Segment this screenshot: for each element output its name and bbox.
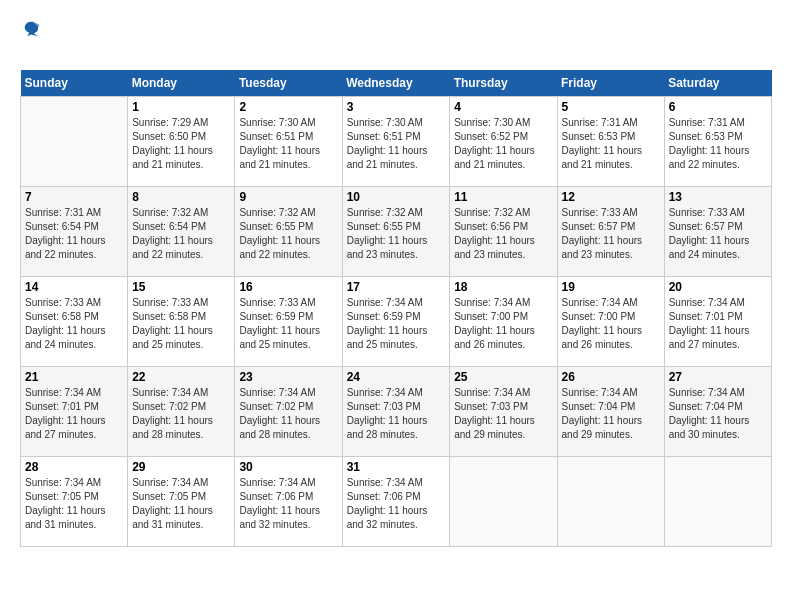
day-info: Sunrise: 7:33 AM Sunset: 6:59 PM Dayligh… — [239, 296, 337, 352]
calendar-day-11: 11 Sunrise: 7:32 AM Sunset: 6:56 PM Dayl… — [450, 187, 557, 277]
day-number: 13 — [669, 190, 767, 204]
calendar-day-10: 10 Sunrise: 7:32 AM Sunset: 6:55 PM Dayl… — [342, 187, 450, 277]
day-info: Sunrise: 7:34 AM Sunset: 7:05 PM Dayligh… — [25, 476, 123, 532]
calendar-day-5: 5 Sunrise: 7:31 AM Sunset: 6:53 PM Dayli… — [557, 97, 664, 187]
calendar-day-28: 28 Sunrise: 7:34 AM Sunset: 7:05 PM Dayl… — [21, 457, 128, 547]
day-info: Sunrise: 7:34 AM Sunset: 7:01 PM Dayligh… — [25, 386, 123, 442]
col-header-saturday: Saturday — [664, 70, 771, 97]
calendar-day-26: 26 Sunrise: 7:34 AM Sunset: 7:04 PM Dayl… — [557, 367, 664, 457]
calendar-week-1: 1 Sunrise: 7:29 AM Sunset: 6:50 PM Dayli… — [21, 97, 772, 187]
day-info: Sunrise: 7:31 AM Sunset: 6:54 PM Dayligh… — [25, 206, 123, 262]
col-header-tuesday: Tuesday — [235, 70, 342, 97]
day-info: Sunrise: 7:33 AM Sunset: 6:57 PM Dayligh… — [562, 206, 660, 262]
day-number: 1 — [132, 100, 230, 114]
calendar-day-16: 16 Sunrise: 7:33 AM Sunset: 6:59 PM Dayl… — [235, 277, 342, 367]
col-header-sunday: Sunday — [21, 70, 128, 97]
logo-bird-icon — [22, 20, 40, 38]
day-number: 10 — [347, 190, 446, 204]
col-header-monday: Monday — [128, 70, 235, 97]
calendar-day-27: 27 Sunrise: 7:34 AM Sunset: 7:04 PM Dayl… — [664, 367, 771, 457]
calendar-day-15: 15 Sunrise: 7:33 AM Sunset: 6:58 PM Dayl… — [128, 277, 235, 367]
empty-day — [664, 457, 771, 547]
day-info: Sunrise: 7:32 AM Sunset: 6:54 PM Dayligh… — [132, 206, 230, 262]
day-number: 18 — [454, 280, 552, 294]
calendar-day-18: 18 Sunrise: 7:34 AM Sunset: 7:00 PM Dayl… — [450, 277, 557, 367]
day-info: Sunrise: 7:31 AM Sunset: 6:53 PM Dayligh… — [669, 116, 767, 172]
day-info: Sunrise: 7:34 AM Sunset: 7:05 PM Dayligh… — [132, 476, 230, 532]
day-info: Sunrise: 7:34 AM Sunset: 7:04 PM Dayligh… — [669, 386, 767, 442]
day-number: 6 — [669, 100, 767, 114]
day-number: 15 — [132, 280, 230, 294]
calendar-day-13: 13 Sunrise: 7:33 AM Sunset: 6:57 PM Dayl… — [664, 187, 771, 277]
calendar-week-2: 7 Sunrise: 7:31 AM Sunset: 6:54 PM Dayli… — [21, 187, 772, 277]
col-header-thursday: Thursday — [450, 70, 557, 97]
calendar-day-22: 22 Sunrise: 7:34 AM Sunset: 7:02 PM Dayl… — [128, 367, 235, 457]
day-number: 9 — [239, 190, 337, 204]
day-info: Sunrise: 7:34 AM Sunset: 7:03 PM Dayligh… — [454, 386, 552, 442]
day-number: 12 — [562, 190, 660, 204]
day-number: 2 — [239, 100, 337, 114]
day-info: Sunrise: 7:34 AM Sunset: 7:00 PM Dayligh… — [562, 296, 660, 352]
calendar-day-29: 29 Sunrise: 7:34 AM Sunset: 7:05 PM Dayl… — [128, 457, 235, 547]
calendar-day-25: 25 Sunrise: 7:34 AM Sunset: 7:03 PM Dayl… — [450, 367, 557, 457]
day-number: 23 — [239, 370, 337, 384]
day-number: 26 — [562, 370, 660, 384]
day-number: 17 — [347, 280, 446, 294]
day-info: Sunrise: 7:34 AM Sunset: 7:02 PM Dayligh… — [132, 386, 230, 442]
empty-day — [21, 97, 128, 187]
day-info: Sunrise: 7:32 AM Sunset: 6:56 PM Dayligh… — [454, 206, 552, 262]
calendar-week-5: 28 Sunrise: 7:34 AM Sunset: 7:05 PM Dayl… — [21, 457, 772, 547]
empty-day — [557, 457, 664, 547]
day-info: Sunrise: 7:31 AM Sunset: 6:53 PM Dayligh… — [562, 116, 660, 172]
day-number: 30 — [239, 460, 337, 474]
logo — [20, 20, 40, 60]
calendar-day-23: 23 Sunrise: 7:34 AM Sunset: 7:02 PM Dayl… — [235, 367, 342, 457]
calendar-day-21: 21 Sunrise: 7:34 AM Sunset: 7:01 PM Dayl… — [21, 367, 128, 457]
empty-day — [450, 457, 557, 547]
calendar-day-17: 17 Sunrise: 7:34 AM Sunset: 6:59 PM Dayl… — [342, 277, 450, 367]
day-number: 25 — [454, 370, 552, 384]
calendar-week-3: 14 Sunrise: 7:33 AM Sunset: 6:58 PM Dayl… — [21, 277, 772, 367]
page-header — [20, 20, 772, 60]
day-info: Sunrise: 7:33 AM Sunset: 6:58 PM Dayligh… — [132, 296, 230, 352]
calendar-day-4: 4 Sunrise: 7:30 AM Sunset: 6:52 PM Dayli… — [450, 97, 557, 187]
day-info: Sunrise: 7:32 AM Sunset: 6:55 PM Dayligh… — [347, 206, 446, 262]
day-number: 22 — [132, 370, 230, 384]
day-number: 5 — [562, 100, 660, 114]
calendar-day-2: 2 Sunrise: 7:30 AM Sunset: 6:51 PM Dayli… — [235, 97, 342, 187]
day-number: 27 — [669, 370, 767, 384]
calendar-week-4: 21 Sunrise: 7:34 AM Sunset: 7:01 PM Dayl… — [21, 367, 772, 457]
day-number: 19 — [562, 280, 660, 294]
day-info: Sunrise: 7:34 AM Sunset: 7:04 PM Dayligh… — [562, 386, 660, 442]
day-info: Sunrise: 7:34 AM Sunset: 7:00 PM Dayligh… — [454, 296, 552, 352]
day-number: 7 — [25, 190, 123, 204]
day-number: 20 — [669, 280, 767, 294]
day-number: 21 — [25, 370, 123, 384]
calendar-day-12: 12 Sunrise: 7:33 AM Sunset: 6:57 PM Dayl… — [557, 187, 664, 277]
col-header-wednesday: Wednesday — [342, 70, 450, 97]
day-info: Sunrise: 7:30 AM Sunset: 6:52 PM Dayligh… — [454, 116, 552, 172]
calendar-day-7: 7 Sunrise: 7:31 AM Sunset: 6:54 PM Dayli… — [21, 187, 128, 277]
calendar-day-31: 31 Sunrise: 7:34 AM Sunset: 7:06 PM Dayl… — [342, 457, 450, 547]
day-number: 11 — [454, 190, 552, 204]
calendar-day-6: 6 Sunrise: 7:31 AM Sunset: 6:53 PM Dayli… — [664, 97, 771, 187]
day-number: 3 — [347, 100, 446, 114]
calendar-day-14: 14 Sunrise: 7:33 AM Sunset: 6:58 PM Dayl… — [21, 277, 128, 367]
day-info: Sunrise: 7:30 AM Sunset: 6:51 PM Dayligh… — [347, 116, 446, 172]
day-info: Sunrise: 7:34 AM Sunset: 7:03 PM Dayligh… — [347, 386, 446, 442]
day-info: Sunrise: 7:34 AM Sunset: 6:59 PM Dayligh… — [347, 296, 446, 352]
calendar-day-1: 1 Sunrise: 7:29 AM Sunset: 6:50 PM Dayli… — [128, 97, 235, 187]
day-info: Sunrise: 7:34 AM Sunset: 7:06 PM Dayligh… — [239, 476, 337, 532]
day-number: 28 — [25, 460, 123, 474]
day-number: 8 — [132, 190, 230, 204]
col-header-friday: Friday — [557, 70, 664, 97]
day-number: 14 — [25, 280, 123, 294]
calendar-day-3: 3 Sunrise: 7:30 AM Sunset: 6:51 PM Dayli… — [342, 97, 450, 187]
day-number: 29 — [132, 460, 230, 474]
calendar-day-8: 8 Sunrise: 7:32 AM Sunset: 6:54 PM Dayli… — [128, 187, 235, 277]
day-number: 24 — [347, 370, 446, 384]
day-info: Sunrise: 7:32 AM Sunset: 6:55 PM Dayligh… — [239, 206, 337, 262]
day-info: Sunrise: 7:34 AM Sunset: 7:02 PM Dayligh… — [239, 386, 337, 442]
calendar-day-9: 9 Sunrise: 7:32 AM Sunset: 6:55 PM Dayli… — [235, 187, 342, 277]
day-number: 31 — [347, 460, 446, 474]
